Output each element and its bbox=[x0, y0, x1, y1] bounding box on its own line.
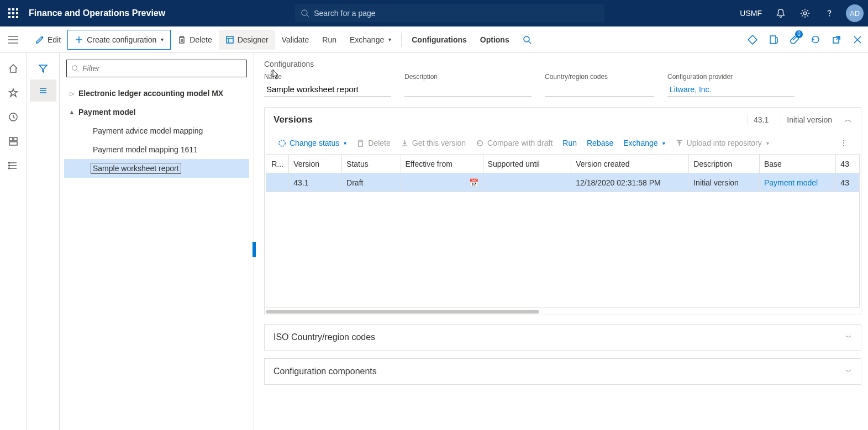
caret-down-icon[interactable]: ▲ bbox=[67, 109, 76, 115]
horizontal-scrollbar[interactable] bbox=[266, 309, 860, 315]
search-input[interactable] bbox=[314, 9, 599, 18]
exchange-button[interactable]: Exchange▾ bbox=[343, 30, 398, 50]
col-version-created[interactable]: Version created bbox=[571, 155, 689, 173]
settings-icon[interactable] bbox=[794, 2, 816, 24]
col-supported-until[interactable]: Supported until bbox=[483, 155, 571, 173]
search-box[interactable] bbox=[295, 4, 604, 22]
versions-toolbar: Change status▾ Delete Get this version C… bbox=[265, 132, 861, 154]
versions-title: Versions bbox=[273, 114, 741, 125]
cell-base[interactable]: Payment model bbox=[759, 173, 835, 192]
modules-icon[interactable] bbox=[2, 155, 24, 177]
refresh-icon[interactable] bbox=[805, 29, 826, 50]
chevron-down-icon: ▾ bbox=[161, 36, 164, 43]
validate-button[interactable]: Validate bbox=[275, 30, 316, 50]
create-configuration-button[interactable]: Create configuration ▾ bbox=[67, 30, 171, 50]
iso-country-section[interactable]: ISO Country/region codes ﹀ bbox=[264, 324, 861, 351]
compare-button[interactable]: Compare with draft bbox=[471, 134, 557, 152]
upload-repo-button[interactable]: Upload into repository▾ bbox=[671, 134, 774, 152]
field-config-provider: Configuration provider Litware, Inc. bbox=[667, 73, 795, 97]
change-status-button[interactable]: Change status▾ bbox=[273, 134, 351, 152]
field-country-codes: Country/region codes bbox=[545, 73, 654, 97]
svg-line-10 bbox=[307, 15, 309, 17]
svg-rect-2 bbox=[16, 8, 18, 10]
header-form-row: Name Description Country/region codes Co… bbox=[264, 73, 861, 97]
version-delete-button[interactable]: Delete bbox=[352, 134, 394, 152]
tree-item-payment-advice-mapping[interactable]: Payment advice model mapping bbox=[64, 121, 249, 140]
calendar-icon[interactable]: 📅 bbox=[469, 178, 478, 187]
favorites-icon[interactable] bbox=[2, 82, 24, 104]
delete-label: Delete bbox=[190, 35, 212, 44]
popout-icon[interactable] bbox=[826, 29, 847, 50]
col-base-version[interactable]: 43 bbox=[836, 155, 860, 173]
designer-button[interactable]: Designer bbox=[219, 30, 275, 50]
version-run-button[interactable]: Run bbox=[558, 134, 581, 152]
notifications-icon[interactable] bbox=[770, 2, 792, 24]
toolbar-search-button[interactable] bbox=[516, 30, 538, 50]
app-launcher-icon[interactable] bbox=[4, 4, 22, 22]
scrollbar-thumb[interactable] bbox=[266, 310, 539, 314]
col-base[interactable]: Base bbox=[759, 155, 835, 173]
delete-button[interactable]: Delete bbox=[171, 30, 218, 50]
svg-rect-5 bbox=[16, 12, 18, 14]
tree-item-electronic-ledger[interactable]: ▷ Electronic ledger accounting model MX bbox=[64, 84, 249, 103]
get-version-button[interactable]: Get this version bbox=[396, 134, 470, 152]
workspaces-icon[interactable] bbox=[2, 130, 24, 152]
cell-base-version[interactable]: 43 bbox=[836, 173, 860, 192]
svg-rect-29 bbox=[14, 137, 17, 141]
options-tab[interactable]: Options bbox=[474, 30, 516, 50]
chevron-up-icon[interactable]: ︿ bbox=[844, 115, 852, 125]
help-icon[interactable] bbox=[818, 2, 840, 24]
provider-link[interactable]: Litware, Inc. bbox=[670, 85, 711, 94]
legal-entity-selector[interactable]: USMF bbox=[734, 9, 767, 18]
chevron-down-icon: ▾ bbox=[766, 140, 769, 146]
tree-filter-field[interactable] bbox=[82, 64, 242, 73]
version-toolbar-more-icon[interactable]: ⋮ bbox=[835, 134, 852, 152]
chevron-down-icon[interactable]: ﹀ bbox=[845, 333, 852, 342]
recent-icon[interactable] bbox=[2, 106, 24, 128]
grid-header-row: R... Version Status Effective from Suppo… bbox=[266, 155, 860, 173]
list-view-icon[interactable] bbox=[30, 79, 56, 102]
version-exchange-button[interactable]: Exchange▾ bbox=[619, 134, 669, 152]
col-description[interactable]: Description bbox=[689, 155, 760, 173]
nav-expand-icon[interactable] bbox=[0, 26, 27, 53]
col-version[interactable]: Version bbox=[289, 155, 342, 173]
edit-button[interactable]: Edit bbox=[29, 30, 67, 50]
run-button[interactable]: Run bbox=[315, 30, 343, 50]
rebase-button[interactable]: Rebase bbox=[582, 134, 618, 152]
cell-r[interactable] bbox=[266, 173, 289, 192]
filter-funnel-icon[interactable] bbox=[30, 57, 56, 79]
cell-version-created[interactable]: 12/18/2020 02:31:58 PM bbox=[571, 173, 689, 192]
versions-section: Versions 43.1 Initial version ︿ Change s… bbox=[264, 107, 861, 315]
tree-item-sample-worksheet-report[interactable]: Sample worksheet report bbox=[64, 159, 249, 178]
cell-version[interactable]: 43.1 bbox=[289, 173, 342, 192]
col-r[interactable]: R... bbox=[266, 155, 289, 173]
home-icon[interactable] bbox=[2, 57, 24, 79]
col-effective-from[interactable]: Effective from bbox=[401, 155, 483, 173]
close-icon[interactable] bbox=[847, 29, 868, 50]
configurations-tab[interactable]: Configurations bbox=[405, 30, 474, 50]
attachments-icon[interactable]: 0 bbox=[784, 29, 805, 50]
name-input[interactable] bbox=[264, 82, 391, 97]
description-input[interactable] bbox=[404, 82, 532, 97]
col-status[interactable]: Status bbox=[342, 155, 401, 173]
country-input[interactable] bbox=[545, 82, 654, 97]
svg-rect-3 bbox=[8, 12, 10, 14]
tree-item-payment-model[interactable]: ▲ Payment model bbox=[64, 103, 249, 121]
grid-row[interactable]: 43.1 Draft 📅 12/18/2020 02:31:58 PM Init… bbox=[266, 173, 860, 192]
cell-supported-until[interactable] bbox=[483, 173, 571, 192]
svg-rect-28 bbox=[9, 137, 13, 141]
cell-description[interactable]: Initial version bbox=[689, 173, 760, 192]
tree-filter-input[interactable] bbox=[66, 60, 247, 77]
cell-status[interactable]: Draft bbox=[342, 173, 401, 192]
tree-item-payment-model-mapping-1611[interactable]: Payment model mapping 1611 bbox=[64, 140, 249, 159]
user-avatar[interactable]: AD bbox=[846, 4, 864, 22]
svg-point-9 bbox=[302, 10, 307, 15]
config-components-section[interactable]: Configuration components ﹀ bbox=[264, 358, 861, 385]
deploy-icon[interactable] bbox=[742, 29, 763, 50]
office-icon[interactable] bbox=[763, 29, 784, 50]
versions-grid: R... Version Status Effective from Suppo… bbox=[266, 154, 860, 192]
caret-right-icon[interactable]: ▷ bbox=[67, 90, 76, 97]
chevron-down-icon[interactable]: ﹀ bbox=[845, 367, 852, 376]
trash-icon bbox=[356, 139, 365, 147]
cell-effective-from[interactable]: 📅 bbox=[401, 173, 483, 192]
